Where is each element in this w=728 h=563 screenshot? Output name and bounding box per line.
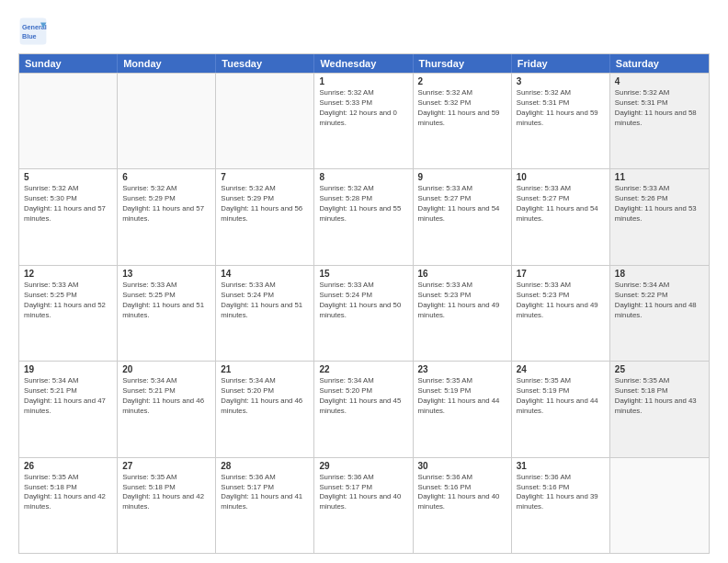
- day-info: Sunrise: 5:36 AMSunset: 5:16 PMDaylight:…: [418, 473, 506, 513]
- day-info: Sunrise: 5:35 AMSunset: 5:19 PMDaylight:…: [418, 376, 506, 417]
- calendar-cell: 18Sunrise: 5:34 AMSunset: 5:22 PMDayligh…: [610, 266, 709, 361]
- calendar-cell: 12Sunrise: 5:33 AMSunset: 5:25 PMDayligh…: [19, 266, 118, 361]
- page: General Blue SundayMondayTuesdayWednesda…: [0, 0, 728, 563]
- day-number: 13: [122, 269, 210, 279]
- day-info: Sunrise: 5:32 AMSunset: 5:33 PMDaylight:…: [319, 88, 407, 129]
- day-number: 14: [221, 269, 309, 279]
- calendar-cell: 11Sunrise: 5:33 AMSunset: 5:26 PMDayligh…: [610, 169, 709, 264]
- day-info: Sunrise: 5:32 AMSunset: 5:29 PMDaylight:…: [221, 184, 309, 224]
- day-number: 8: [319, 172, 407, 182]
- day-number: 18: [615, 269, 704, 279]
- calendar-cell: [610, 458, 709, 553]
- day-info: Sunrise: 5:32 AMSunset: 5:30 PMDaylight:…: [24, 184, 112, 224]
- day-number: 17: [517, 269, 605, 279]
- day-info: Sunrise: 5:35 AMSunset: 5:19 PMDaylight:…: [517, 376, 605, 417]
- day-info: Sunrise: 5:32 AMSunset: 5:28 PMDaylight:…: [319, 184, 407, 224]
- calendar-cell: 22Sunrise: 5:34 AMSunset: 5:20 PMDayligh…: [314, 362, 413, 456]
- day-of-week-header: Tuesday: [216, 54, 314, 73]
- day-info: Sunrise: 5:33 AMSunset: 5:25 PMDaylight:…: [122, 281, 210, 321]
- calendar-cell: 14Sunrise: 5:33 AMSunset: 5:24 PMDayligh…: [216, 266, 314, 361]
- day-info: Sunrise: 5:36 AMSunset: 5:17 PMDaylight:…: [319, 473, 407, 513]
- day-of-week-header: Thursday: [414, 54, 512, 73]
- day-info: Sunrise: 5:35 AMSunset: 5:18 PMDaylight:…: [615, 376, 704, 417]
- day-number: 7: [221, 172, 309, 182]
- day-info: Sunrise: 5:33 AMSunset: 5:24 PMDaylight:…: [319, 281, 407, 321]
- calendar-cell: 3Sunrise: 5:32 AMSunset: 5:31 PMDaylight…: [512, 74, 610, 168]
- day-info: Sunrise: 5:32 AMSunset: 5:31 PMDaylight:…: [615, 88, 704, 129]
- calendar-cell: 8Sunrise: 5:32 AMSunset: 5:28 PMDaylight…: [314, 169, 413, 264]
- day-number: 15: [319, 269, 407, 279]
- logo-icon: General Blue: [18, 17, 48, 46]
- day-number: 20: [122, 364, 210, 374]
- day-info: Sunrise: 5:32 AMSunset: 5:29 PMDaylight:…: [122, 184, 210, 224]
- day-number: 28: [221, 461, 309, 471]
- calendar-cell: 27Sunrise: 5:35 AMSunset: 5:18 PMDayligh…: [118, 458, 216, 553]
- day-number: 26: [24, 461, 112, 471]
- calendar-cell: 23Sunrise: 5:35 AMSunset: 5:19 PMDayligh…: [414, 362, 512, 456]
- calendar-cell: 30Sunrise: 5:36 AMSunset: 5:16 PMDayligh…: [414, 458, 512, 553]
- day-info: Sunrise: 5:35 AMSunset: 5:18 PMDaylight:…: [24, 473, 112, 513]
- day-number: 11: [615, 172, 704, 182]
- day-of-week-header: Wednesday: [314, 54, 413, 73]
- day-info: Sunrise: 5:35 AMSunset: 5:18 PMDaylight:…: [122, 473, 210, 513]
- day-number: 23: [418, 364, 506, 374]
- day-info: Sunrise: 5:33 AMSunset: 5:24 PMDaylight:…: [221, 281, 309, 321]
- day-of-week-header: Friday: [512, 54, 610, 73]
- day-number: 4: [615, 76, 704, 86]
- calendar-cell: 6Sunrise: 5:32 AMSunset: 5:29 PMDaylight…: [118, 169, 216, 264]
- day-info: Sunrise: 5:33 AMSunset: 5:25 PMDaylight:…: [24, 281, 112, 321]
- day-number: 6: [122, 172, 210, 182]
- logo: General Blue: [18, 17, 51, 46]
- day-number: 19: [24, 364, 112, 374]
- calendar-cell: 29Sunrise: 5:36 AMSunset: 5:17 PMDayligh…: [314, 458, 413, 553]
- day-number: 2: [418, 76, 506, 86]
- calendar-cell: 20Sunrise: 5:34 AMSunset: 5:21 PMDayligh…: [118, 362, 216, 456]
- calendar-cell: [19, 74, 118, 168]
- day-number: 12: [24, 269, 112, 279]
- day-of-week-header: Sunday: [19, 54, 118, 73]
- calendar-cell: 1Sunrise: 5:32 AMSunset: 5:33 PMDaylight…: [314, 74, 413, 168]
- day-info: Sunrise: 5:34 AMSunset: 5:21 PMDaylight:…: [24, 376, 112, 417]
- day-number: 27: [122, 461, 210, 471]
- day-info: Sunrise: 5:36 AMSunset: 5:17 PMDaylight:…: [221, 473, 309, 513]
- day-info: Sunrise: 5:32 AMSunset: 5:32 PMDaylight:…: [418, 88, 506, 129]
- calendar-cell: 21Sunrise: 5:34 AMSunset: 5:20 PMDayligh…: [216, 362, 314, 456]
- day-number: 10: [517, 172, 605, 182]
- calendar-cell: 26Sunrise: 5:35 AMSunset: 5:18 PMDayligh…: [19, 458, 118, 553]
- day-info: Sunrise: 5:32 AMSunset: 5:31 PMDaylight:…: [517, 88, 605, 129]
- day-info: Sunrise: 5:34 AMSunset: 5:22 PMDaylight:…: [615, 281, 704, 321]
- calendar-cell: [118, 74, 216, 168]
- calendar-header: SundayMondayTuesdayWednesdayThursdayFrid…: [19, 54, 709, 73]
- day-info: Sunrise: 5:33 AMSunset: 5:27 PMDaylight:…: [418, 184, 506, 224]
- day-number: 21: [221, 364, 309, 374]
- calendar-cell: 25Sunrise: 5:35 AMSunset: 5:18 PMDayligh…: [610, 362, 709, 456]
- calendar-week-row: 12Sunrise: 5:33 AMSunset: 5:25 PMDayligh…: [19, 265, 709, 361]
- calendar-week-row: 19Sunrise: 5:34 AMSunset: 5:21 PMDayligh…: [19, 361, 709, 456]
- calendar-cell: 15Sunrise: 5:33 AMSunset: 5:24 PMDayligh…: [314, 266, 413, 361]
- day-info: Sunrise: 5:36 AMSunset: 5:16 PMDaylight:…: [517, 473, 605, 513]
- calendar-cell: 24Sunrise: 5:35 AMSunset: 5:19 PMDayligh…: [512, 362, 610, 456]
- header: General Blue: [18, 17, 710, 46]
- calendar: SundayMondayTuesdayWednesdayThursdayFrid…: [18, 53, 710, 554]
- calendar-cell: 28Sunrise: 5:36 AMSunset: 5:17 PMDayligh…: [216, 458, 314, 553]
- calendar-week-row: 1Sunrise: 5:32 AMSunset: 5:33 PMDaylight…: [19, 73, 709, 168]
- day-number: 22: [319, 364, 407, 374]
- day-of-week-header: Monday: [118, 54, 216, 73]
- calendar-cell: 2Sunrise: 5:32 AMSunset: 5:32 PMDaylight…: [414, 74, 512, 168]
- calendar-cell: 13Sunrise: 5:33 AMSunset: 5:25 PMDayligh…: [118, 266, 216, 361]
- calendar-cell: 9Sunrise: 5:33 AMSunset: 5:27 PMDaylight…: [414, 169, 512, 264]
- day-number: 9: [418, 172, 506, 182]
- day-info: Sunrise: 5:33 AMSunset: 5:23 PMDaylight:…: [517, 281, 605, 321]
- day-info: Sunrise: 5:34 AMSunset: 5:20 PMDaylight:…: [221, 376, 309, 417]
- calendar-cell: 31Sunrise: 5:36 AMSunset: 5:16 PMDayligh…: [512, 458, 610, 553]
- day-number: 24: [517, 364, 605, 374]
- day-number: 30: [418, 461, 506, 471]
- day-number: 25: [615, 364, 704, 374]
- calendar-week-row: 26Sunrise: 5:35 AMSunset: 5:18 PMDayligh…: [19, 457, 709, 553]
- calendar-cell: 19Sunrise: 5:34 AMSunset: 5:21 PMDayligh…: [19, 362, 118, 456]
- day-info: Sunrise: 5:33 AMSunset: 5:27 PMDaylight:…: [517, 184, 605, 224]
- day-number: 31: [517, 461, 605, 471]
- calendar-cell: 17Sunrise: 5:33 AMSunset: 5:23 PMDayligh…: [512, 266, 610, 361]
- calendar-cell: [216, 74, 314, 168]
- day-number: 16: [418, 269, 506, 279]
